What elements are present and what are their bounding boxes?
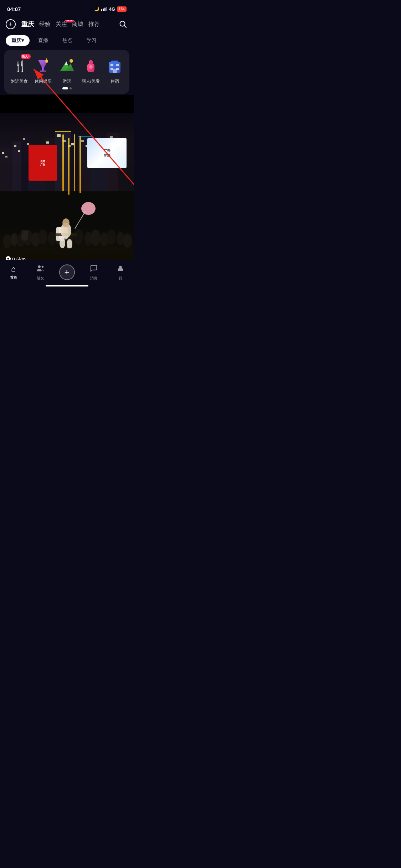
add-button[interactable]: + [6, 19, 16, 29]
nav-me[interactable]: 我 [112, 264, 129, 281]
svg-rect-0 [101, 9, 102, 11]
svg-point-63 [3, 234, 11, 248]
svg-point-76 [107, 229, 116, 244]
svg-rect-23 [116, 64, 119, 66]
play-label: 游玩 [63, 78, 71, 84]
search-button[interactable] [118, 19, 128, 29]
category-beauty[interactable]: 丽人/美发 [81, 56, 101, 84]
content-area[interactable]: 促销广告 广告屏幕 [0, 95, 134, 288]
sub-navigation: 重庆▾ 直播 热点 学习 [0, 33, 134, 48]
svg-rect-3 [106, 7, 107, 11]
hotel-icon [106, 57, 123, 74]
svg-point-68 [38, 229, 47, 244]
category-hotel[interactable]: 住宿 [105, 56, 125, 84]
friends-label: 朋友 [37, 276, 44, 281]
category-food[interactable]: 新人↑ 🍴 附近美食 [9, 56, 29, 84]
food-icon-wrap: 新人↑ 🍴 [9, 56, 29, 76]
food-icon: 🍴 [11, 58, 27, 73]
crowd-svg [0, 177, 134, 248]
svg-point-69 [48, 232, 56, 245]
svg-text:🍴: 🍴 [14, 60, 27, 73]
svg-rect-17 [89, 61, 93, 64]
me-icon [117, 264, 124, 274]
crowd [0, 177, 134, 248]
svg-rect-49 [57, 134, 61, 137]
category-panel: 新人↑ 🍴 附近美食 [4, 50, 129, 94]
tab-shop[interactable]: 商城 [72, 21, 83, 28]
entertainment-label: 休闲娱乐 [35, 78, 52, 84]
moon-icon: 🌙 [94, 6, 99, 11]
svg-point-10 [45, 60, 48, 63]
home-indicator [46, 285, 88, 286]
home-label: 首页 [10, 275, 17, 280]
new-badge-food: 新人↑ [21, 54, 31, 59]
hotel-label: 住宿 [110, 78, 119, 84]
nav-friends[interactable]: 朋友 [31, 264, 49, 281]
svg-point-77 [117, 232, 124, 245]
add-post-button[interactable]: + [59, 264, 75, 280]
play-icon [58, 57, 76, 74]
sub-tab-hot[interactable]: 热点 [57, 35, 78, 46]
main-nav-tabs: 重庆 经验 关注 直播 商城 推荐 [21, 20, 112, 29]
category-play[interactable]: 游玩 [57, 56, 77, 84]
svg-point-84 [62, 218, 70, 227]
bottom-navigation: ⌂ 首页 朋友 + 消息 [0, 260, 134, 289]
svg-rect-43 [23, 138, 25, 140]
entertainment-icon-wrap [33, 56, 53, 76]
svg-line-5 [124, 26, 127, 28]
sub-tab-live[interactable]: 直播 [32, 35, 54, 46]
svg-point-72 [74, 229, 83, 245]
friends-icon [36, 264, 44, 274]
nav-home[interactable]: ⌂ 首页 [5, 264, 22, 280]
sub-tab-chongqing[interactable]: 重庆▾ [6, 35, 30, 46]
beauty-icon [82, 57, 99, 74]
tab-chongqing[interactable]: 重庆 [21, 20, 34, 29]
black-top [0, 95, 134, 113]
search-icon [119, 20, 127, 28]
svg-rect-8 [42, 67, 44, 71]
svg-point-15 [70, 59, 73, 63]
tab-experience[interactable]: 经验 [39, 21, 51, 28]
beauty-label: 丽人/美发 [82, 78, 100, 84]
svg-rect-41 [14, 145, 16, 147]
category-entertainment[interactable]: 休闲娱乐 [33, 56, 53, 84]
svg-rect-1 [103, 9, 104, 11]
svg-rect-2 [104, 8, 106, 11]
top-navigation: + 重庆 经验 关注 直播 商城 推荐 [0, 16, 134, 33]
battery-badge: 16+ [117, 6, 127, 12]
svg-rect-39 [2, 152, 4, 154]
messages-icon [90, 264, 98, 274]
status-icons: 🌙 4G 16+ [94, 6, 127, 12]
play-icon-wrap [57, 56, 77, 76]
svg-point-78 [123, 233, 132, 248]
tab-recommend[interactable]: 推荐 [88, 21, 100, 28]
svg-rect-40 [5, 156, 7, 157]
svg-point-74 [91, 229, 101, 246]
svg-point-85 [60, 238, 65, 248]
svg-rect-47 [46, 141, 49, 144]
city-scene: 促销广告 广告屏幕 [0, 113, 134, 270]
dot-0 [62, 87, 68, 89]
network-label: 4G [109, 6, 115, 12]
led-screen: 广告屏幕 [87, 138, 127, 168]
svg-rect-79 [21, 230, 28, 241]
status-bar: 04:07 🌙 4G 16+ [0, 0, 134, 16]
svg-rect-20 [89, 60, 90, 61]
hotel-icon-wrap [105, 56, 125, 76]
category-items: 新人↑ 🍴 附近美食 [7, 56, 127, 84]
svg-rect-22 [110, 64, 113, 66]
nav-add[interactable]: + [58, 264, 76, 280]
signal-icon [101, 7, 107, 11]
beauty-icon-wrap [81, 56, 101, 76]
home-icon: ⌂ [11, 264, 16, 274]
sub-tab-study[interactable]: 学习 [81, 35, 102, 46]
me-label: 我 [119, 276, 122, 281]
nav-messages[interactable]: 消息 [85, 264, 103, 281]
tab-follow[interactable]: 关注 直播 [56, 21, 67, 28]
svg-rect-53 [81, 140, 84, 142]
svg-rect-26 [113, 69, 117, 73]
svg-point-19 [89, 65, 93, 69]
dot-indicator [7, 87, 127, 89]
food-label: 附近美食 [11, 78, 28, 84]
svg-line-87 [75, 211, 86, 229]
